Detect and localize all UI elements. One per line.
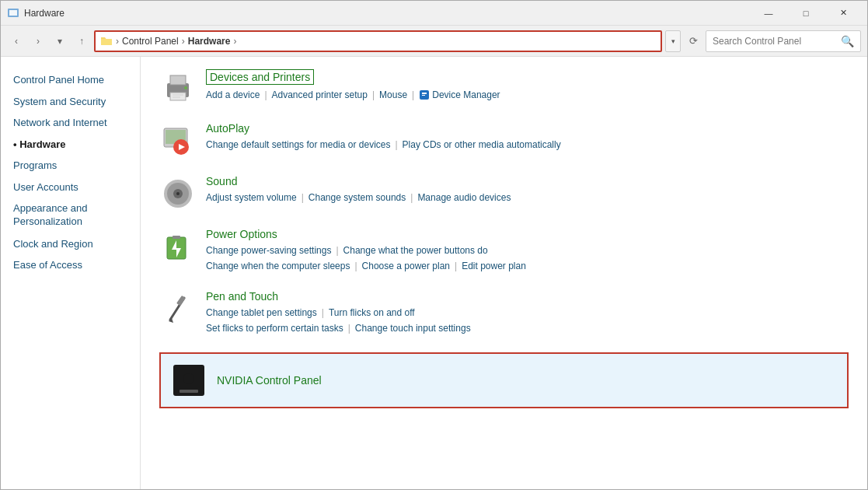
- category-devices-printers: Devices and Printers Add a device | Adva…: [159, 69, 849, 107]
- sound-links: Adjust system volume | Change system sou…: [206, 190, 849, 205]
- category-pen-touch: Pen and Touch Change tablet pen settings…: [159, 290, 849, 337]
- link-power-buttons[interactable]: Change what the power buttons do: [343, 243, 488, 258]
- up-button[interactable]: ↑: [72, 32, 91, 51]
- link-device-manager[interactable]: Device Manager: [432, 87, 500, 103]
- link-power-saving[interactable]: Change power-saving settings: [206, 243, 331, 258]
- sidebar-item-ease-of-access[interactable]: Ease of Access: [1, 254, 140, 276]
- link-change-system-sounds[interactable]: Change system sounds: [309, 190, 406, 205]
- sidebar-item-hardware[interactable]: Hardware: [1, 134, 140, 156]
- devices-printers-icon: [159, 69, 197, 107]
- svg-point-7: [184, 86, 187, 89]
- nvidia-row[interactable]: NVIDIA Control Panel: [159, 352, 849, 408]
- sidebar-item-programs[interactable]: Programs: [1, 155, 140, 177]
- close-button[interactable]: ✕: [825, 1, 861, 26]
- power-links-row1: Change power-saving settings | Change wh…: [206, 243, 849, 258]
- minimize-button[interactable]: —: [751, 1, 786, 26]
- svg-rect-18: [173, 236, 180, 239]
- sidebar-item-appearance[interactable]: Appearance and Personalization: [1, 198, 140, 233]
- pen-touch-content: Pen and Touch Change tablet pen settings…: [206, 290, 849, 337]
- main-content: Control Panel Home System and Security N…: [1, 57, 867, 489]
- sound-title[interactable]: Sound: [206, 175, 237, 187]
- nvidia-icon: [170, 362, 207, 399]
- address-hardware[interactable]: Hardware: [188, 36, 231, 47]
- sidebar-item-user-accounts[interactable]: User Accounts: [1, 177, 140, 198]
- svg-rect-6: [173, 96, 180, 98]
- link-touch-input[interactable]: Change touch input settings: [355, 320, 471, 336]
- link-tablet-pen[interactable]: Change tablet pen settings: [206, 305, 317, 320]
- devices-printers-links: Add a device | Advanced printer setup | …: [206, 87, 849, 103]
- pen-touch-title[interactable]: Pen and Touch: [206, 290, 278, 303]
- link-flicks-on-off[interactable]: Turn flicks on and off: [329, 305, 415, 320]
- link-manage-audio[interactable]: Manage audio devices: [417, 190, 511, 205]
- power-content: Power Options Change power-saving settin…: [206, 228, 849, 275]
- search-box[interactable]: 🔍: [706, 30, 861, 52]
- pen-touch-links-row2: Set flicks to perform certain tasks | Ch…: [206, 320, 849, 336]
- svg-rect-24: [180, 390, 198, 393]
- link-flicks-tasks[interactable]: Set flicks to perform certain tasks: [206, 320, 343, 336]
- autoplay-icon: [159, 122, 197, 159]
- pen-touch-links-row1: Change tablet pen settings | Turn flicks…: [206, 305, 849, 320]
- back-button[interactable]: ‹: [7, 32, 26, 51]
- power-title[interactable]: Power Options: [206, 228, 277, 240]
- folder-icon: [100, 35, 113, 47]
- svg-rect-3: [170, 75, 186, 85]
- device-manager-icon: [419, 89, 430, 100]
- address-bar: ‹ › ▾ ↑ › Control Panel › Hardware › ▾ ⟳…: [1, 26, 867, 57]
- forward-button[interactable]: ›: [29, 32, 47, 51]
- link-add-device[interactable]: Add a device: [206, 87, 260, 103]
- link-edit-power-plan[interactable]: Edit power plan: [462, 258, 526, 274]
- search-input[interactable]: [713, 36, 838, 47]
- devices-printers-title[interactable]: Devices and Printers: [206, 69, 314, 85]
- sidebar-item-control-panel-home[interactable]: Control Panel Home: [1, 69, 140, 91]
- address-box[interactable]: › Control Panel › Hardware ›: [94, 30, 662, 52]
- svg-point-16: [176, 192, 180, 195]
- address-dropdown-button[interactable]: ▾: [665, 30, 681, 52]
- window-icon: [7, 7, 19, 19]
- title-bar: Hardware — □ ✕: [1, 1, 867, 26]
- window-title: Hardware: [24, 8, 751, 19]
- category-power: Power Options Change power-saving settin…: [159, 228, 849, 275]
- link-play-cds[interactable]: Play CDs or other media automatically: [403, 137, 561, 152]
- svg-rect-1: [9, 10, 17, 16]
- link-advanced-printer[interactable]: Advanced printer setup: [272, 87, 368, 103]
- autoplay-title[interactable]: AutoPlay: [206, 122, 249, 135]
- category-autoplay: AutoPlay Change default settings for med…: [159, 122, 849, 159]
- address-separator: ›: [116, 36, 119, 47]
- maximize-button[interactable]: □: [788, 1, 824, 26]
- nvidia-title: NVIDIA Control Panel: [217, 374, 322, 387]
- refresh-button[interactable]: ⟳: [684, 32, 702, 51]
- sound-icon: [159, 175, 197, 212]
- address-sep1: ›: [182, 36, 185, 47]
- address-sep2: ›: [233, 36, 236, 47]
- address-control-panel[interactable]: Control Panel: [122, 36, 179, 47]
- link-power-plan[interactable]: Choose a power plan: [362, 258, 450, 274]
- link-change-default[interactable]: Change default settings for media or dev…: [206, 137, 390, 152]
- dropdown-button[interactable]: ▾: [51, 32, 69, 51]
- power-links-row2: Change when the computer sleeps | Choose…: [206, 258, 849, 274]
- window-controls: — □ ✕: [751, 1, 861, 26]
- search-icon: 🔍: [841, 35, 854, 47]
- sidebar: Control Panel Home System and Security N…: [1, 57, 141, 489]
- link-computer-sleeps[interactable]: Change when the computer sleeps: [206, 258, 350, 274]
- sidebar-item-network[interactable]: Network and Internet: [1, 112, 140, 134]
- devices-printers-content: Devices and Printers Add a device | Adva…: [206, 69, 849, 103]
- autoplay-links: Change default settings for media or dev…: [206, 137, 849, 152]
- link-adjust-volume[interactable]: Adjust system volume: [206, 190, 297, 205]
- autoplay-content: AutoPlay Change default settings for med…: [206, 122, 849, 152]
- content-area: Devices and Printers Add a device | Adva…: [141, 57, 867, 489]
- sidebar-item-clock[interactable]: Clock and Region: [1, 233, 140, 255]
- sound-content: Sound Adjust system volume | Change syst…: [206, 175, 849, 205]
- power-icon: [159, 228, 197, 265]
- sidebar-item-system-security[interactable]: System and Security: [1, 91, 140, 113]
- svg-rect-5: [173, 94, 183, 96]
- category-sound: Sound Adjust system volume | Change syst…: [159, 175, 849, 212]
- main-window: Hardware — □ ✕ ‹ › ▾ ↑ › Control Panel ›…: [0, 0, 868, 490]
- pen-touch-icon: [159, 290, 197, 327]
- link-mouse[interactable]: Mouse: [379, 87, 407, 103]
